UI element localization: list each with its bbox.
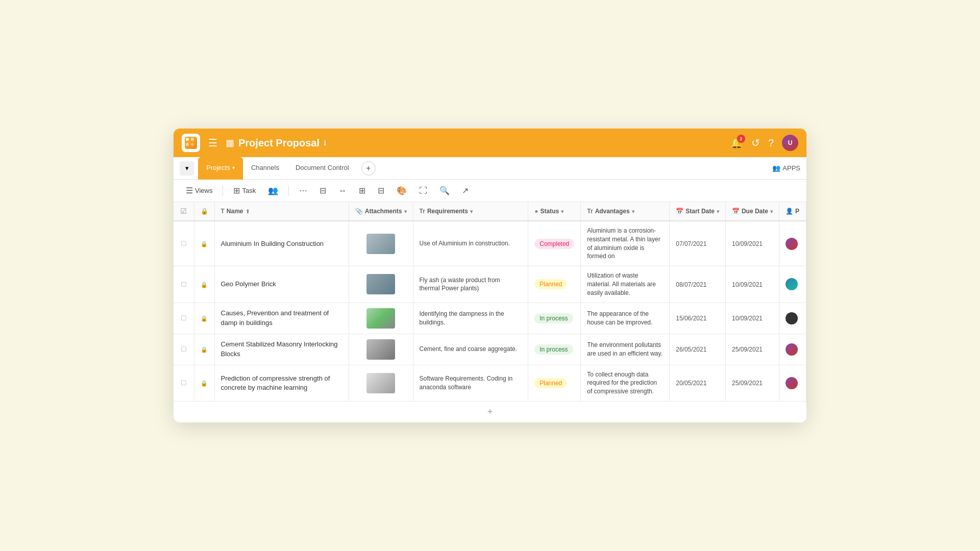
arrow-button[interactable]: ↔ xyxy=(334,184,351,197)
start-sort-icon[interactable]: ▾ xyxy=(717,209,719,214)
status-badge[interactable]: In process xyxy=(534,313,573,323)
row-attachment-1[interactable] xyxy=(349,266,413,303)
row-name-1[interactable]: Geo Polymer Brick xyxy=(214,266,349,303)
row-attachment-4[interactable] xyxy=(349,365,413,401)
svg-point-1 xyxy=(191,138,194,141)
filter-button[interactable]: ⊟ xyxy=(374,184,388,197)
status-badge[interactable]: Completed xyxy=(534,239,574,249)
row-checkbox-2[interactable]: ☐ xyxy=(174,303,194,334)
row-checkbox-3[interactable]: ☐ xyxy=(174,334,194,365)
menu-icon[interactable]: ☰ xyxy=(206,135,219,151)
attachment-col-label: Attachments xyxy=(365,208,402,215)
col-start-date[interactable]: 📅 Start Date ▾ xyxy=(670,202,726,221)
row-lock-icon: 🔒 xyxy=(201,315,208,321)
color-button[interactable]: 🎨 xyxy=(393,184,411,197)
advantages-text: The appearance of the house can be impro… xyxy=(587,310,663,327)
people-button[interactable]: 👥 xyxy=(264,184,282,197)
adv-sort-icon[interactable]: ▾ xyxy=(632,209,634,214)
requirements-text: Cement, fine and coarse aggregate. xyxy=(420,345,517,353)
add-row-button[interactable]: + xyxy=(174,402,806,422)
table-button[interactable]: ⊞ xyxy=(355,184,370,197)
fullscreen-button[interactable]: ⛶ xyxy=(415,184,431,197)
tab-projects[interactable]: Projects ▾ xyxy=(198,157,243,180)
task-name-text: Prediction of compressive strength of co… xyxy=(221,374,342,392)
col-assignee[interactable]: 👤 P xyxy=(779,202,806,221)
row-due-date-0: 10/09/2021 xyxy=(725,221,779,266)
col-advantages[interactable]: Tr Advantages ▾ xyxy=(581,202,670,221)
name-sort-icon[interactable]: ⬆ xyxy=(246,209,250,214)
row-advantages-3: The environment pollutants are used in a… xyxy=(581,334,670,365)
attachment-thumbnail[interactable] xyxy=(366,373,395,393)
attachment-thumbnail[interactable] xyxy=(366,274,395,294)
row-status-4[interactable]: Planned xyxy=(528,365,581,401)
row-assignee-4 xyxy=(779,365,806,401)
row-checkbox-4[interactable]: ☐ xyxy=(174,365,194,401)
row-requirements-3: Cement, fine and coarse aggregate. xyxy=(413,334,528,365)
col-checkbox[interactable]: ☑ xyxy=(174,202,194,221)
row-attachment-2[interactable] xyxy=(349,303,413,334)
row-name-0[interactable]: Aluminium In Building Construction xyxy=(214,221,349,266)
views-button[interactable]: ☰ Views xyxy=(182,184,216,197)
nav-collapse-button[interactable]: ▾ xyxy=(180,161,194,176)
row-status-2[interactable]: In process xyxy=(528,303,581,334)
row-checkbox-0[interactable]: ☐ xyxy=(174,221,194,266)
task-view-button[interactable]: ⊞ Task xyxy=(229,184,260,197)
notification-button[interactable]: 🔔 2 xyxy=(730,137,743,149)
status-badge[interactable]: Planned xyxy=(534,279,567,289)
row-start-date-3: 26/05/2021 xyxy=(670,334,726,365)
req-col-icon: Tr xyxy=(420,208,425,215)
info-icon[interactable]: ℹ xyxy=(324,139,326,147)
user-avatar[interactable]: U xyxy=(782,135,798,151)
col-name[interactable]: T Name ⬆ xyxy=(214,202,349,221)
views-label: Views xyxy=(195,187,212,194)
row-name-3[interactable]: Cement Stabilized Masonry Interlocking B… xyxy=(214,334,349,365)
history-button[interactable]: ↺ xyxy=(751,137,760,149)
attachment-sort-icon[interactable]: ▾ xyxy=(404,209,407,214)
export-button[interactable]: ↗ xyxy=(458,184,473,197)
table-header-row: ☑ 🔒 T Name ⬆ 📎 xyxy=(174,202,806,221)
table-container: ☑ 🔒 T Name ⬆ 📎 xyxy=(174,202,806,422)
row-status-1[interactable]: Planned xyxy=(528,266,581,303)
app-logo[interactable] xyxy=(182,134,200,152)
list-icon: ☰ xyxy=(186,186,193,195)
row-status-3[interactable]: In process xyxy=(528,334,581,365)
col-status[interactable]: ● Status ▾ xyxy=(528,202,581,221)
req-sort-icon[interactable]: ▾ xyxy=(470,209,473,214)
status-badge[interactable]: Planned xyxy=(534,378,567,388)
tab-document-control[interactable]: Document Control xyxy=(287,157,357,180)
due-sort-icon[interactable]: ▾ xyxy=(770,209,773,214)
table-row[interactable]: ☐ 🔒 Causes, Prevention and treatment of … xyxy=(174,303,806,334)
add-tab-button[interactable]: + xyxy=(361,161,376,176)
apps-button[interactable]: 👥 APPS xyxy=(772,164,800,172)
row-attachment-3[interactable] xyxy=(349,334,413,365)
row-checkbox-1[interactable]: ☐ xyxy=(174,266,194,303)
table-row[interactable]: ☐ 🔒 Cement Stabilized Masonry Interlocki… xyxy=(174,334,806,365)
status-sort-icon[interactable]: ▾ xyxy=(561,209,564,214)
attachment-thumbnail[interactable] xyxy=(366,234,395,254)
header-title-area: ▦ Project Proposal ℹ xyxy=(226,137,724,149)
attachment-thumbnail[interactable] xyxy=(366,339,395,360)
help-icon: ? xyxy=(768,137,774,148)
start-date-value: 26/05/2021 xyxy=(676,346,706,353)
col-due-date[interactable]: 📅 Due Date ▾ xyxy=(725,202,779,221)
table-row[interactable]: ☐ 🔒 Prediction of compressive strength o… xyxy=(174,365,806,401)
col-requirements[interactable]: Tr Requirements ▾ xyxy=(413,202,528,221)
tab-channels[interactable]: Channels xyxy=(243,157,287,180)
table-row[interactable]: ☐ 🔒 Aluminium In Building Construction U… xyxy=(174,221,806,266)
attachment-thumbnail[interactable] xyxy=(366,308,395,329)
row-name-4[interactable]: Prediction of compressive strength of co… xyxy=(214,365,349,401)
more-button[interactable]: ⋯ xyxy=(295,184,311,197)
col-attachments[interactable]: 📎 Attachments ▾ xyxy=(349,202,413,221)
table-row[interactable]: ☐ 🔒 Geo Polymer Brick Fly ash (a waste p… xyxy=(174,266,806,303)
group-button[interactable]: ⊟ xyxy=(315,184,330,197)
row-status-0[interactable]: Completed xyxy=(528,221,581,266)
search-button[interactable]: 🔍 xyxy=(435,184,454,197)
spreadsheet-icon: ▦ xyxy=(226,137,234,148)
tab-channels-label: Channels xyxy=(251,164,279,171)
start-date-value: 20/05/2021 xyxy=(676,380,706,387)
row-attachment-0[interactable] xyxy=(349,221,413,266)
help-button[interactable]: ? xyxy=(768,137,774,149)
status-badge[interactable]: In process xyxy=(534,344,573,355)
tab-projects-arrow: ▾ xyxy=(232,165,235,170)
row-name-2[interactable]: Causes, Prevention and treatment of damp… xyxy=(214,303,349,334)
